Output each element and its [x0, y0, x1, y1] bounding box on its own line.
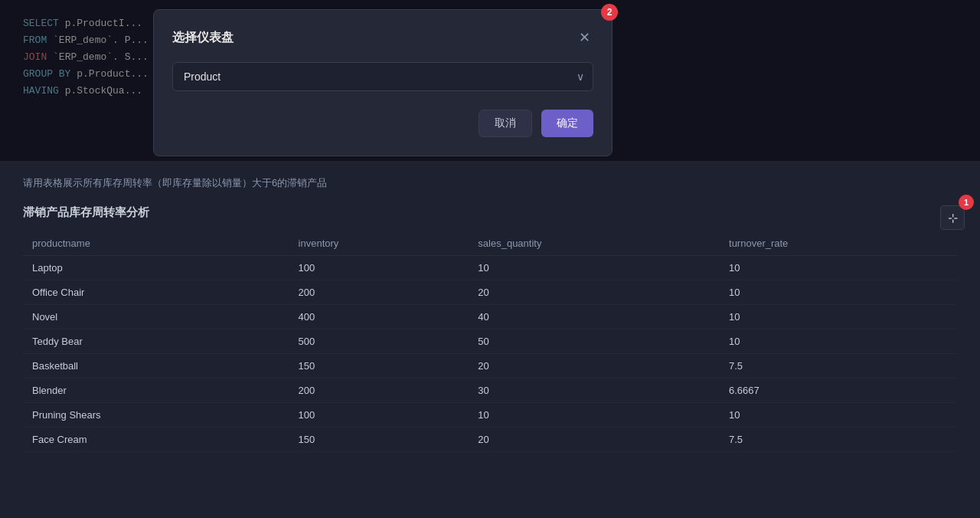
cell-inventory: 150	[289, 354, 469, 379]
cell-productname: Blender	[23, 379, 289, 403]
cell-sales_quantity: 40	[469, 305, 720, 329]
cell-productname: Laptop	[23, 256, 289, 280]
cell-sales_quantity: 30	[469, 379, 720, 403]
table-header: productname inventory sales_quantity tur…	[23, 231, 957, 256]
table-row: Office Chair2002010	[23, 280, 957, 305]
col-turnover-rate: turnover_rate	[720, 231, 957, 256]
modal-header: 选择仪表盘 ✕	[172, 28, 593, 47]
cell-sales_quantity: 50	[469, 329, 720, 354]
cell-sales_quantity: 20	[469, 354, 720, 379]
table-row: Basketball150207.5	[23, 354, 957, 379]
cell-inventory: 200	[289, 379, 469, 403]
table-row: Face Cream150207.5	[23, 428, 957, 452]
table-row: Pruning Shears1001010	[23, 403, 957, 428]
dashboard-select[interactable]: Product	[172, 62, 593, 91]
confirm-button[interactable]: 确定	[541, 110, 593, 137]
cell-turnover_rate: 10	[720, 403, 957, 428]
cell-productname: Face Cream	[23, 428, 289, 452]
cell-sales_quantity: 10	[469, 403, 720, 428]
cell-inventory: 150	[289, 428, 469, 452]
modal-footer: 取消 确定	[172, 110, 593, 137]
cell-inventory: 500	[289, 329, 469, 354]
cell-sales_quantity: 10	[469, 256, 720, 280]
cell-inventory: 100	[289, 403, 469, 428]
cell-inventory: 100	[289, 256, 469, 280]
col-inventory: inventory	[289, 231, 469, 256]
cell-turnover_rate: 7.5	[720, 428, 957, 452]
table-row: Teddy Bear5005010	[23, 329, 957, 354]
table-title: 滞销产品库存周转率分析	[23, 205, 957, 220]
pin-button[interactable]: ⊹	[940, 205, 965, 230]
cell-turnover_rate: 10	[720, 256, 957, 280]
dashboard-select-modal: 2 选择仪表盘 ✕ Product ∨ 取消 确定	[153, 9, 612, 156]
pin-badge-number: 1	[959, 195, 974, 210]
pin-icon: ⊹	[948, 211, 958, 225]
cancel-button[interactable]: 取消	[479, 110, 532, 137]
cell-turnover_rate: 10	[720, 280, 957, 305]
table-row: Laptop1001010	[23, 256, 957, 280]
cell-productname: Novel	[23, 305, 289, 329]
cell-productname: Basketball	[23, 354, 289, 379]
close-icon: ✕	[579, 29, 590, 46]
results-table: productname inventory sales_quantity tur…	[23, 231, 957, 452]
cell-turnover_rate: 7.5	[720, 354, 957, 379]
cell-inventory: 400	[289, 305, 469, 329]
modal-close-button[interactable]: ✕	[575, 28, 593, 47]
cell-turnover_rate: 10	[720, 329, 957, 354]
col-sales-quantity: sales_quantity	[469, 231, 720, 256]
select-wrapper: Product ∨	[172, 62, 593, 91]
table-row: Blender200306.6667	[23, 379, 957, 403]
cell-productname: Teddy Bear	[23, 329, 289, 354]
modal-badge: 2	[601, 4, 618, 21]
cell-productname: Office Chair	[23, 280, 289, 305]
modal-title: 选择仪表盘	[172, 30, 234, 46]
cell-sales_quantity: 20	[469, 428, 720, 452]
table-body: Laptop1001010Office Chair2002010Novel400…	[23, 256, 957, 452]
cell-sales_quantity: 20	[469, 280, 720, 305]
description-text: 请用表格展示所有库存周转率（即库存量除以销量）大于6的滞销产品	[23, 176, 957, 190]
main-content: 请用表格展示所有库存周转率（即库存量除以销量）大于6的滞销产品 滞销产品库存周转…	[0, 161, 980, 467]
cell-productname: Pruning Shears	[23, 403, 289, 428]
col-productname: productname	[23, 231, 289, 256]
cell-turnover_rate: 6.6667	[720, 379, 957, 403]
cell-turnover_rate: 10	[720, 305, 957, 329]
table-row: Novel4004010	[23, 305, 957, 329]
cell-inventory: 200	[289, 280, 469, 305]
